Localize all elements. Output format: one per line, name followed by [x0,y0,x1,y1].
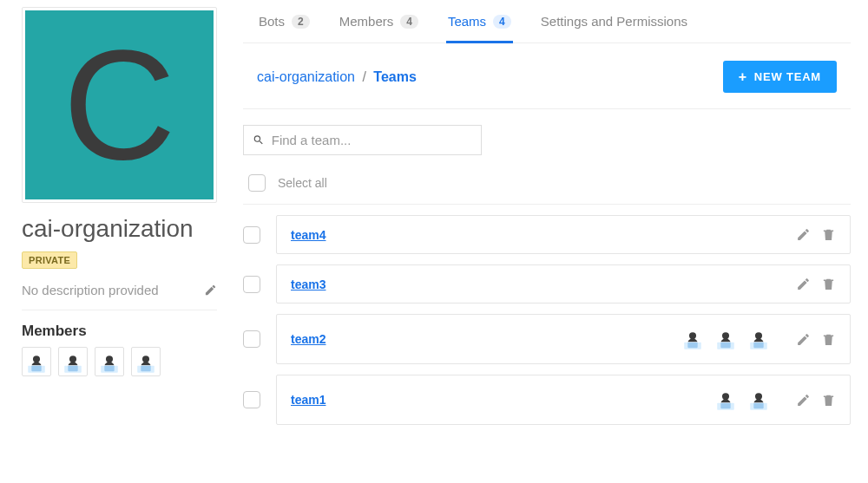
org-avatar-frame: C [22,7,217,203]
tab-teams[interactable]: Teams 4 [446,7,513,43]
sidebar-members-list [22,347,217,376]
row-actions [796,393,836,408]
team-card[interactable]: team2 [276,314,851,364]
svg-rect-7 [141,366,150,372]
pencil-icon[interactable] [796,277,811,291]
team-name-link[interactable]: team4 [291,228,326,242]
row-actions [796,277,836,291]
search-input[interactable] [272,133,472,147]
row-actions [796,332,836,347]
team-row: team2 [243,314,851,364]
svg-rect-11 [720,343,730,349]
team-checkbox[interactable] [243,391,260,408]
team-list: team4 team3 team2 team1 [243,205,851,425]
tab-count: 4 [493,15,511,29]
tab-count: 2 [292,15,310,29]
member-avatar[interactable] [746,326,772,352]
trash-icon[interactable] [821,277,836,291]
svg-rect-15 [720,403,730,409]
team-name-link[interactable]: team2 [291,332,326,346]
team-card[interactable]: team4 [276,215,851,254]
privacy-badge: PRIVATE [22,251,77,269]
page-header: cai-organization / Teams + NEW TEAM [243,43,851,109]
tab-count: 4 [400,15,418,29]
select-all-row: Select all [243,160,851,205]
trash-icon[interactable] [821,227,836,242]
member-avatar[interactable] [713,326,739,352]
pencil-icon[interactable] [796,227,811,242]
members-heading: Members [22,323,217,340]
tab-bots[interactable]: Bots 2 [257,7,312,43]
search-box[interactable] [243,125,482,155]
breadcrumb-separator: / [358,69,369,84]
trash-icon[interactable] [821,393,836,408]
org-avatar-initial: C [63,27,176,183]
main-content: Bots 2 Members 4 Teams 4 Settings and Pe… [217,7,851,435]
member-avatar[interactable] [22,347,51,376]
search-icon [253,134,265,147]
team-row: team4 [243,215,851,254]
breadcrumb-current: Teams [373,69,417,84]
row-actions [796,227,836,242]
member-avatar[interactable] [95,347,124,376]
description-row: No description provided [22,283,217,310]
team-name-link[interactable]: team1 [291,393,326,407]
new-team-button[interactable]: + NEW TEAM [723,61,837,93]
member-avatar[interactable] [131,347,161,376]
select-all-label: Select all [278,176,327,190]
member-avatar[interactable] [58,347,88,376]
team-checkbox[interactable] [243,330,260,348]
trash-icon[interactable] [821,332,836,347]
team-checkbox[interactable] [243,276,260,293]
tab-label: Bots [259,14,285,29]
new-team-label: NEW TEAM [754,70,821,83]
team-checkbox[interactable] [243,226,260,244]
team-row: team1 [243,375,851,425]
team-card[interactable]: team1 [276,375,851,425]
member-avatar[interactable] [746,387,772,413]
description-placeholder: No description provided [22,283,159,297]
pencil-icon[interactable] [796,332,811,347]
member-avatar[interactable] [713,387,739,413]
tab-members[interactable]: Members 4 [338,7,420,43]
team-member-avatars [680,326,772,352]
tab-label: Teams [448,14,486,29]
team-member-avatars [713,387,772,413]
tabs: Bots 2 Members 4 Teams 4 Settings and Pe… [243,7,851,43]
plus-icon: + [739,74,747,81]
member-avatar[interactable] [680,326,706,352]
tab-label: Members [339,14,394,29]
team-card[interactable]: team3 [276,264,851,304]
breadcrumb: cai-organization / Teams [257,69,417,85]
tab-settings[interactable]: Settings and Permissions [539,7,689,43]
svg-rect-17 [753,403,763,409]
org-name: cai-organization [22,215,217,243]
svg-rect-13 [753,343,763,349]
svg-rect-5 [104,366,114,372]
tab-label: Settings and Permissions [541,14,687,29]
team-name-link[interactable]: team3 [291,277,326,291]
select-all-checkbox[interactable] [248,174,266,192]
svg-rect-3 [68,366,77,372]
svg-rect-1 [31,366,41,372]
team-row: team3 [243,264,851,304]
pencil-icon[interactable] [204,284,217,297]
sidebar: C cai-organization PRIVATE No descriptio… [22,7,217,435]
breadcrumb-root[interactable]: cai-organization [257,69,355,84]
svg-rect-9 [687,343,697,349]
pencil-icon[interactable] [796,393,811,408]
org-avatar: C [25,10,214,199]
